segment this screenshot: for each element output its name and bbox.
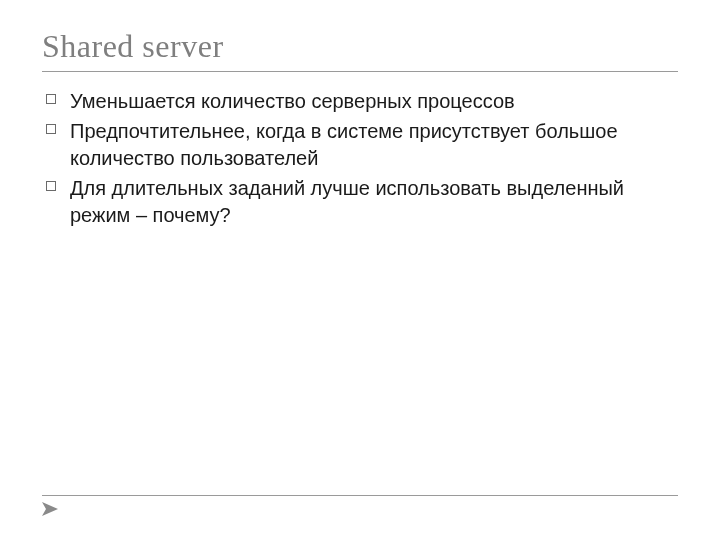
- footer: [42, 495, 678, 516]
- title-divider: [42, 71, 678, 72]
- footer-divider: [42, 495, 678, 496]
- square-bullet-icon: [46, 94, 56, 104]
- square-bullet-icon: [46, 181, 56, 191]
- square-bullet-icon: [46, 124, 56, 134]
- next-arrow-icon: [42, 502, 678, 516]
- slide: Shared server Уменьшается количество сер…: [0, 0, 720, 540]
- list-item: Предпочтительнее, когда в системе присут…: [46, 118, 674, 171]
- title-block: Shared server: [42, 28, 678, 72]
- content-area: Уменьшается количество серверных процесс…: [42, 78, 678, 228]
- bullet-text: Уменьшается количество серверных процесс…: [70, 90, 515, 112]
- bullet-list: Уменьшается количество серверных процесс…: [46, 88, 674, 228]
- bullet-text: Для длительных заданий лучше использоват…: [70, 177, 624, 225]
- svg-marker-0: [42, 502, 58, 516]
- bullet-text: Предпочтительнее, когда в системе присут…: [70, 120, 618, 168]
- list-item: Для длительных заданий лучше использоват…: [46, 175, 674, 228]
- list-item: Уменьшается количество серверных процесс…: [46, 88, 674, 114]
- slide-title: Shared server: [42, 28, 678, 65]
